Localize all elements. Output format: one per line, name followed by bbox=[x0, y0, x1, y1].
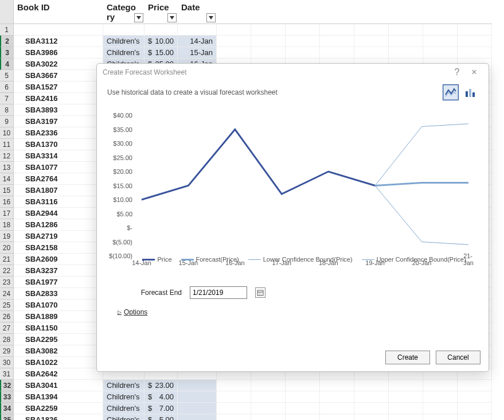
col-header-price[interactable]: Price bbox=[144, 0, 178, 24]
cell-bookid[interactable]: SBA2416 bbox=[14, 93, 103, 104]
help-button[interactable]: ? bbox=[448, 67, 466, 77]
cell-bookid[interactable]: SBA1826 bbox=[14, 414, 103, 420]
row-header[interactable]: 2 bbox=[0, 36, 14, 47]
close-icon[interactable]: × bbox=[466, 67, 483, 77]
row-header[interactable]: 1 bbox=[0, 24, 14, 36]
cell-bookid[interactable]: SBA2158 bbox=[14, 242, 103, 254]
chart-type-line[interactable] bbox=[443, 84, 459, 100]
cell-bookid[interactable]: SBA1394 bbox=[14, 391, 103, 403]
row-header[interactable]: 31 bbox=[0, 368, 14, 380]
cell-bookid[interactable]: SBA3116 bbox=[14, 196, 103, 208]
row-header[interactable]: 17 bbox=[0, 208, 14, 219]
cell-bookid[interactable]: SBA1022 bbox=[14, 357, 103, 368]
row-header[interactable]: 8 bbox=[0, 104, 14, 116]
cell-bookid[interactable]: SBA2944 bbox=[14, 208, 103, 219]
date-picker-icon[interactable] bbox=[255, 287, 265, 298]
cell-bookid[interactable]: SBA1286 bbox=[14, 219, 103, 231]
col-header-category[interactable]: Category bbox=[103, 0, 144, 24]
cell-bookid[interactable]: SBA3041 bbox=[14, 380, 103, 391]
row-header[interactable]: 15 bbox=[0, 185, 14, 196]
row-header[interactable]: 9 bbox=[0, 116, 14, 127]
options-expander[interactable]: ▷ Options bbox=[118, 308, 478, 316]
cell-bookid[interactable]: SBA2833 bbox=[14, 288, 103, 300]
cell-category[interactable]: Children's bbox=[103, 380, 144, 391]
filter-icon[interactable] bbox=[134, 13, 143, 22]
cell-date[interactable] bbox=[178, 380, 217, 391]
cell-bookid[interactable]: SBA3112 bbox=[14, 36, 103, 47]
cell-bookid[interactable]: SBA1977 bbox=[14, 277, 103, 288]
row-header[interactable]: 32 bbox=[0, 380, 14, 391]
cell-bookid[interactable]: SBA3237 bbox=[14, 265, 103, 277]
cell-date[interactable]: 14-Jan bbox=[178, 36, 217, 47]
forecast-end-input[interactable] bbox=[190, 286, 247, 299]
cell-bookid[interactable]: SBA3022 bbox=[14, 59, 103, 70]
row-header[interactable]: 26 bbox=[0, 311, 14, 322]
row-header[interactable]: 30 bbox=[0, 357, 14, 368]
cell-date[interactable] bbox=[178, 403, 217, 414]
row-header[interactable]: 21 bbox=[0, 254, 14, 265]
row-header[interactable]: 10 bbox=[0, 127, 14, 139]
create-button[interactable]: Create bbox=[385, 351, 430, 364]
chart-type-column[interactable] bbox=[462, 84, 478, 100]
row-header[interactable]: 13 bbox=[0, 162, 14, 173]
row-header[interactable]: 35 bbox=[0, 414, 14, 420]
row-header[interactable]: 20 bbox=[0, 242, 14, 254]
row-header[interactable]: 23 bbox=[0, 277, 14, 288]
row-header[interactable]: 14 bbox=[0, 173, 14, 185]
cell-bookid[interactable]: SBA1807 bbox=[14, 185, 103, 196]
cell-bookid[interactable]: SBA3082 bbox=[14, 345, 103, 357]
cell-bookid[interactable]: SBA3893 bbox=[14, 104, 103, 116]
row-header[interactable]: 34 bbox=[0, 403, 14, 414]
row-header[interactable]: 3 bbox=[0, 47, 14, 59]
cell-bookid[interactable]: SBA2259 bbox=[14, 403, 103, 414]
row-header[interactable]: 5 bbox=[0, 70, 14, 81]
row-header[interactable]: 28 bbox=[0, 334, 14, 345]
cell-price[interactable] bbox=[144, 24, 178, 36]
cell-bookid[interactable]: SBA1527 bbox=[14, 81, 103, 93]
cell-category[interactable] bbox=[103, 24, 144, 36]
row-header[interactable]: 16 bbox=[0, 196, 14, 208]
cell-category[interactable]: Children's bbox=[103, 36, 144, 47]
row-header[interactable]: 12 bbox=[0, 150, 14, 162]
cell-bookid[interactable]: SBA2719 bbox=[14, 231, 103, 242]
filter-icon[interactable] bbox=[206, 13, 216, 22]
row-header[interactable]: 25 bbox=[0, 300, 14, 311]
cancel-button[interactable]: Cancel bbox=[436, 351, 480, 364]
row-header[interactable]: 7 bbox=[0, 93, 14, 104]
row-header[interactable]: 29 bbox=[0, 345, 14, 357]
cell-price[interactable]: $4.00 bbox=[144, 391, 178, 403]
col-header-bookid[interactable]: Book ID bbox=[14, 0, 103, 24]
cell-bookid[interactable]: SBA2295 bbox=[14, 334, 103, 345]
cell-bookid[interactable]: SBA2764 bbox=[14, 173, 103, 185]
row-header[interactable]: 27 bbox=[0, 322, 14, 334]
cell-date[interactable]: 15-Jan bbox=[178, 47, 217, 59]
cell-bookid[interactable]: SBA1889 bbox=[14, 311, 103, 322]
cell-bookid[interactable] bbox=[14, 24, 103, 36]
cell-bookid[interactable]: SBA3197 bbox=[14, 116, 103, 127]
cell-category[interactable]: Children's bbox=[103, 414, 144, 420]
cell-price[interactable]: $5.00 bbox=[144, 414, 178, 420]
cell-bookid[interactable]: SBA3667 bbox=[14, 70, 103, 81]
cell-bookid[interactable]: SBA2336 bbox=[14, 127, 103, 139]
row-header[interactable]: 33 bbox=[0, 391, 14, 403]
row-header[interactable]: 11 bbox=[0, 139, 14, 150]
cell-price[interactable]: $23.00 bbox=[144, 380, 178, 391]
row-header[interactable]: 19 bbox=[0, 231, 14, 242]
cell-bookid[interactable]: SBA2642 bbox=[14, 368, 103, 380]
filter-icon[interactable] bbox=[167, 13, 177, 22]
cell-date[interactable] bbox=[178, 414, 217, 420]
cell-category[interactable]: Children's bbox=[103, 47, 144, 59]
cell-category[interactable]: Children's bbox=[103, 403, 144, 414]
cell-bookid[interactable]: SBA3314 bbox=[14, 150, 103, 162]
cell-date[interactable] bbox=[178, 391, 217, 403]
row-header[interactable]: 6 bbox=[0, 81, 14, 93]
cell-bookid[interactable]: SBA3986 bbox=[14, 47, 103, 59]
cell-price[interactable]: $15.00 bbox=[144, 47, 178, 59]
row-header[interactable]: 4 bbox=[0, 59, 14, 70]
row-header[interactable]: 24 bbox=[0, 288, 14, 300]
cell-bookid[interactable]: SBA1070 bbox=[14, 300, 103, 311]
cell-bookid[interactable]: SBA2609 bbox=[14, 254, 103, 265]
cell-category[interactable]: Children's bbox=[103, 391, 144, 403]
row-header[interactable]: 22 bbox=[0, 265, 14, 277]
col-header-date[interactable]: Date bbox=[178, 0, 217, 24]
